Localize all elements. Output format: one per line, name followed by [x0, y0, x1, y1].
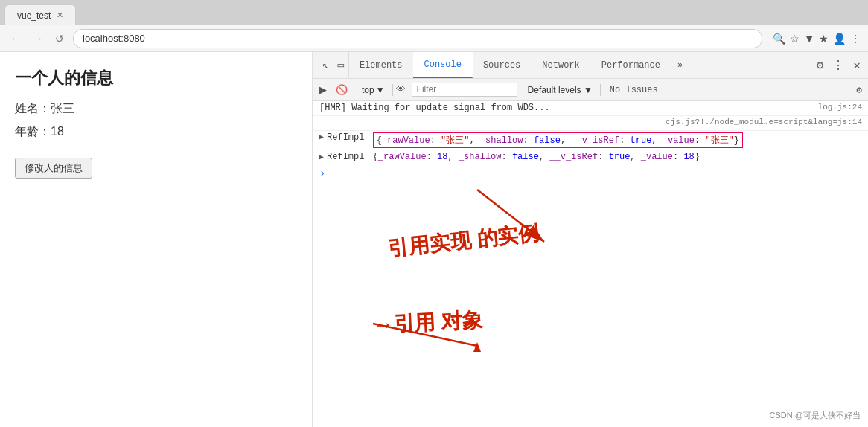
settings-gear-icon[interactable]: ⚙ — [853, 83, 865, 97]
devtools-panel: ↖ ▭ Elements Console Sources Network — [313, 52, 868, 427]
tab-sources[interactable]: Sources — [473, 52, 532, 78]
page-title: 一个人的信息 — [15, 67, 297, 89]
console-prompt[interactable]: › — [313, 164, 868, 182]
annotation-text-1: 引用实现 的实例 — [387, 219, 541, 263]
refimpl-line-1[interactable]: ▶ RefImpl {_rawValue: "张三", _shallow: fa… — [313, 131, 868, 150]
filter-input[interactable] — [412, 83, 517, 97]
eye-icon[interactable]: 👁 — [396, 84, 406, 95]
main-area: 一个人的信息 姓名：张三 年龄：18 修改人的信息 ↖ ▭ Elements C… — [0, 52, 868, 427]
toolbar-separator5 — [600, 84, 601, 96]
toolbar-separator4 — [520, 84, 520, 96]
devtools-more-icon[interactable]: ⋮ — [829, 57, 847, 74]
settings-icon[interactable]: ⚙ — [814, 57, 827, 74]
tab-title: vue_test — [17, 10, 51, 21]
toolbar-separator2 — [392, 84, 393, 96]
no-issues-badge: No Issues — [604, 83, 664, 97]
devtools-tabs: Elements Console Sources Network Perform… — [348, 52, 689, 78]
csdn-watermark: CSDN @可是大侠不好当 — [770, 410, 861, 421]
devtools-tab-bar: ↖ ▭ Elements Console Sources Network — [313, 52, 868, 79]
browser-icons: 🔍 ☆ ▼ ★ 👤 ⋮ — [773, 33, 861, 45]
svg-marker-2 — [473, 342, 481, 352]
age-info: 年龄：18 — [15, 124, 297, 140]
devtools-settings: ⚙ ⋮ ✕ — [814, 57, 864, 74]
refimpl-line-2[interactable]: ▶ RefImpl {_rawValue: 18, _shallow: fals… — [313, 150, 868, 164]
profile-icon[interactable]: 👤 — [833, 33, 846, 45]
hmr-location: log.js:24 — [818, 103, 862, 112]
modify-button[interactable]: 修改人的信息 — [15, 158, 92, 179]
annotation-area: 引用实现 的实例 →引用 对象 — [313, 182, 868, 391]
inspect-icon[interactable]: ↖ — [318, 56, 333, 74]
name-info: 姓名：张三 — [15, 101, 297, 117]
tab-performance[interactable]: Performance — [591, 52, 671, 78]
level-selector[interactable]: Default levels ▼ — [523, 83, 597, 97]
page-content: 一个人的信息 姓名：张三 年龄：18 修改人的信息 — [0, 52, 313, 427]
tab-close-button[interactable]: ✕ — [57, 10, 63, 20]
extensions-icon[interactable]: ▼ — [804, 33, 814, 45]
menu-icon[interactable]: ⋮ — [850, 33, 861, 45]
console-output: [HMR] Waiting for update signal from WDS… — [313, 101, 868, 427]
cjs-location: cjs.js?!./node_modul…e=script&lang=js:14 — [666, 118, 862, 126]
toolbar-separator3 — [409, 84, 409, 96]
toolbar-separator — [354, 84, 354, 96]
refimpl-value-1: {_rawValue: "张三", _shallow: false, __v_i… — [373, 132, 743, 148]
clear-button[interactable]: 🚫 — [333, 83, 351, 97]
expand-icon-1[interactable]: ▶ — [319, 132, 324, 141]
console-line-cjs: cjs.js?!./node_modul…e=script&lang=js:14 — [313, 116, 868, 131]
url-input[interactable] — [73, 29, 762, 48]
console-toolbar: ▶ 🚫 top ▼ 👁 Default levels ▼ No Issues ⚙ — [313, 79, 868, 101]
console-line-hmr: [HMR] Waiting for update signal from WDS… — [313, 101, 868, 116]
back-button[interactable]: ← — [7, 31, 24, 46]
address-bar: ← → ↺ 🔍 ☆ ▼ ★ 👤 ⋮ — [0, 25, 868, 52]
extension-icon[interactable]: ★ — [819, 33, 829, 45]
context-selector[interactable]: top ▼ — [357, 83, 389, 97]
browser-tab[interactable]: vue_test ✕ — [4, 4, 76, 25]
forward-button[interactable]: → — [30, 31, 46, 46]
refimpl-label-1: RefImpl — [327, 132, 370, 143]
annotation-svg — [313, 182, 868, 391]
devtools-close-icon[interactable]: ✕ — [850, 57, 864, 74]
tab-elements[interactable]: Elements — [349, 52, 414, 78]
tab-more[interactable]: » — [671, 52, 689, 78]
refimpl-label-2: RefImpl — [327, 152, 370, 162]
refimpl-value-2: {_rawValue: 18, _shallow: false, __v_isR… — [373, 152, 700, 162]
hmr-text: [HMR] Waiting for update signal from WDS… — [319, 103, 550, 113]
tab-console[interactable]: Console — [413, 52, 472, 78]
tab-network[interactable]: Network — [532, 52, 590, 78]
expand-icon-2[interactable]: ▶ — [319, 152, 324, 161]
bookmark-icon[interactable]: ☆ — [790, 33, 800, 45]
console-line-hmr-content: [HMR] Waiting for update signal from WDS… — [319, 103, 818, 113]
search-icon[interactable]: 🔍 — [773, 33, 785, 45]
tab-bar: vue_test ✕ — [0, 0, 868, 25]
refresh-button[interactable]: ↺ — [52, 31, 67, 46]
annotation-text-2: →引用 对象 — [372, 306, 484, 340]
device-icon[interactable]: ▭ — [333, 56, 348, 74]
run-button[interactable]: ▶ — [316, 83, 330, 97]
